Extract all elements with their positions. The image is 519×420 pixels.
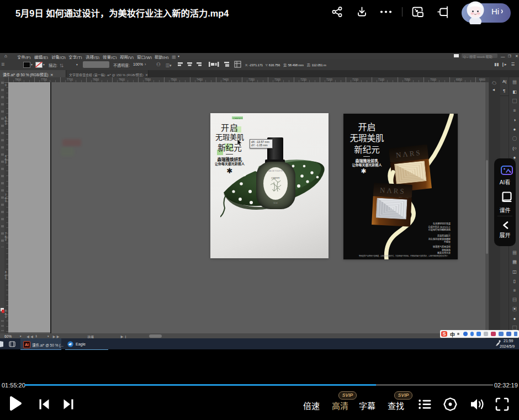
svg-text:CHENY: CHENY [271, 177, 280, 179]
